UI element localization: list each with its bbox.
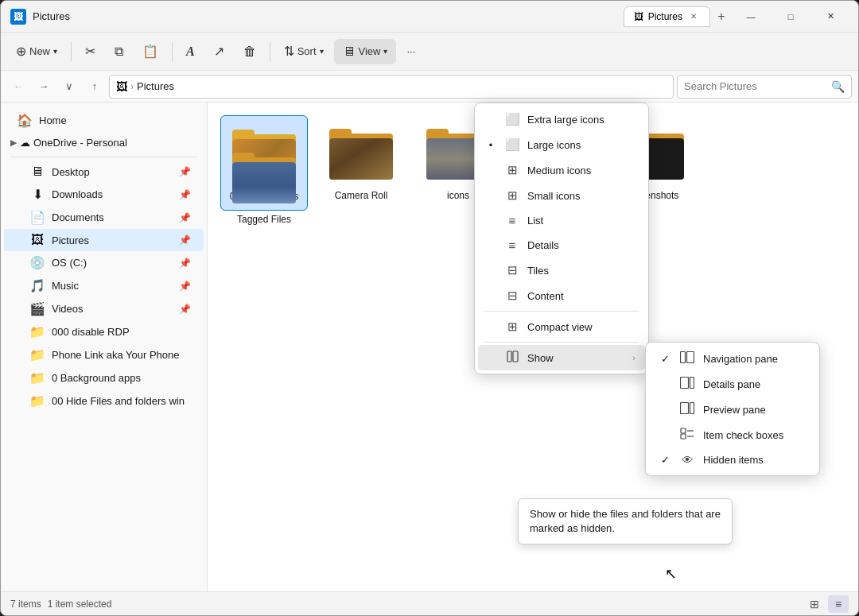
delete-button[interactable]: 🗑 (235, 39, 265, 64)
view-menu-content[interactable]: ⊟ Content (478, 283, 645, 308)
sidebar-item-desktop[interactable]: 🖥 Desktop 📌 (4, 161, 204, 183)
item-selected: 1 item selected (48, 599, 112, 610)
search-icon[interactable]: 🔍 (831, 80, 845, 93)
more-icon: ··· (406, 45, 415, 57)
svg-rect-5 (690, 378, 694, 389)
window-controls: — □ ✕ (733, 4, 849, 29)
sidebar-item-bgapps[interactable]: 📁 0 Background apps (4, 366, 204, 389)
new-label: New (29, 45, 50, 57)
pin-icon-desktop: 📌 (179, 166, 191, 177)
view-menu-large[interactable]: • ⬜ Large icons (478, 132, 645, 157)
file-label-tagged-files: Tagged Files (237, 214, 291, 227)
preview-pane-label: Preview pane (703, 404, 766, 416)
new-button[interactable]: ⊕ New ▾ (7, 38, 66, 64)
compact-label: Compact view (527, 321, 636, 333)
cut-icon: ✂ (85, 44, 95, 59)
show-arrow-icon: › (632, 353, 636, 362)
sidebar-item-hidefiles[interactable]: 📁 00 Hide Files and folders win (4, 389, 204, 413)
search-input[interactable] (684, 80, 831, 92)
submenu-nav-pane[interactable]: ✓ Navigation pane (649, 346, 816, 371)
details-label: Details (527, 239, 636, 251)
rdp-icon: 📁 (29, 324, 45, 339)
view-menu-separator (484, 311, 639, 312)
sidebar-item-pictures[interactable]: 🖼 Pictures 📌 (4, 229, 204, 251)
pin-icon-downloads: 📌 (179, 189, 191, 200)
more-button[interactable]: ··· (398, 40, 424, 63)
tab-add-button[interactable]: + (710, 6, 733, 28)
tab-pictures[interactable]: 🖼 Pictures ✕ (624, 6, 710, 27)
forward-icon: → (39, 80, 49, 92)
view-label: View (359, 45, 381, 57)
view-menu-details[interactable]: ≡ Details (478, 233, 645, 258)
forward-button[interactable]: → (33, 76, 55, 98)
view-menu-list[interactable]: ≡ List (478, 208, 645, 233)
delete-icon: 🗑 (243, 45, 256, 59)
rename-button[interactable]: A (177, 39, 204, 64)
view-menu-compact[interactable]: ⊞ Compact view (478, 314, 645, 339)
sidebar-label-pictures: Pictures (52, 234, 173, 246)
view-menu-tiles[interactable]: ⊟ Tiles (478, 258, 645, 283)
breadcrumb[interactable]: 🖼 › Pictures (109, 75, 674, 99)
submenu-details-pane[interactable]: Details pane (649, 371, 816, 397)
sidebar-item-rdp[interactable]: 📁 000 disable RDP (4, 320, 204, 343)
cut-button[interactable]: ✂ (76, 38, 104, 64)
sidebar-item-phonelink[interactable]: 📁 Phone Link aka Your Phone (4, 343, 204, 366)
tab-close-button[interactable]: ✕ (687, 10, 700, 23)
videos-icon: 🎬 (29, 301, 45, 316)
sidebar-item-music[interactable]: 🎵 Music 📌 (4, 274, 204, 297)
file-item-tagged-files-2[interactable]: Tagged Files (220, 139, 308, 233)
submenu-hidden-items[interactable]: ✓ 👁 Hidden items (649, 447, 816, 472)
list-label: List (527, 215, 636, 227)
bgapps-icon: 📁 (29, 370, 45, 385)
close-button[interactable]: ✕ (812, 4, 849, 29)
sidebar-group-onedrive[interactable]: ▶ ☁ OneDrive - Personal (1, 132, 207, 153)
view-list-button[interactable]: ≡ (828, 595, 849, 613)
back-button[interactable]: ← (7, 76, 29, 98)
view-dropdown-menu: ⬜ Extra large icons • ⬜ Large icons ⊞ Me… (474, 103, 649, 374)
sidebar-label-bgapps: 0 Background apps (52, 372, 191, 384)
compact-icon: ⊞ (505, 320, 519, 334)
title-bar: 🖼 Pictures 🖼 Pictures ✕ + — □ ✕ (1, 1, 858, 33)
up-button[interactable]: ↑ (84, 76, 106, 98)
paste-icon: 📋 (142, 44, 158, 59)
sidebar-label-phonelink: Phone Link aka Your Phone (52, 349, 191, 361)
check-nav-pane: ✓ (659, 353, 671, 365)
minimize-button[interactable]: — (733, 4, 769, 29)
recent-button[interactable]: ∨ (58, 76, 80, 98)
sidebar-label-videos: Videos (52, 303, 173, 315)
nav-pane-icon (679, 351, 695, 366)
details-pane-icon (679, 377, 695, 391)
view-button[interactable]: 🖥 View ▾ (334, 39, 397, 64)
submenu-item-checkboxes[interactable]: Item check boxes (649, 422, 816, 447)
sort-button[interactable]: ⇅ Sort ▾ (275, 38, 332, 64)
content-label: Content (527, 290, 636, 302)
copy-icon: ⧉ (115, 45, 123, 59)
view-menu-medium[interactable]: ⊞ Medium icons (478, 157, 645, 183)
submenu-preview-pane[interactable]: Preview pane (649, 397, 816, 422)
sidebar-item-os-c[interactable]: 💿 OS (C:) 📌 (4, 251, 204, 274)
view-menu-show[interactable]: Show › ✓ Navigation pane (478, 345, 645, 370)
small-label: Small icons (527, 190, 636, 202)
sidebar: 🏠 Home ▶ ☁ OneDrive - Personal 🖥 Desktop… (1, 103, 208, 591)
copy-button[interactable]: ⧉ (106, 39, 132, 64)
share-button[interactable]: ↗ (205, 38, 233, 64)
sidebar-item-home[interactable]: 🏠 Home (4, 109, 204, 132)
sidebar-item-videos[interactable]: 🎬 Videos 📌 (4, 297, 204, 320)
sidebar-item-downloads[interactable]: ⬇ Downloads 📌 (4, 183, 204, 206)
file-item-camera-roll[interactable]: Camera Roll (317, 115, 405, 211)
view-menu-extra-large[interactable]: ⬜ Extra large icons (478, 107, 645, 132)
pictures-icon: 🖼 (29, 233, 45, 247)
small-icon: ⊞ (505, 188, 519, 203)
sidebar-item-documents[interactable]: 📄 Documents 📌 (4, 206, 204, 229)
file-label-icons: icons (447, 190, 469, 203)
show-label: Show (527, 352, 624, 364)
maximize-button[interactable]: □ (772, 4, 809, 29)
pin-icon-os-c: 📌 (179, 258, 191, 269)
item-checkboxes-label: Item check boxes (703, 429, 783, 441)
sidebar-divider (10, 157, 197, 157)
search-box[interactable]: 🔍 (677, 75, 852, 99)
view-menu-small[interactable]: ⊞ Small icons (478, 183, 645, 208)
sidebar-label-onedrive: OneDrive - Personal (33, 137, 127, 149)
view-grid-button[interactable]: ⊞ (804, 595, 825, 613)
paste-button[interactable]: 📋 (134, 38, 167, 64)
